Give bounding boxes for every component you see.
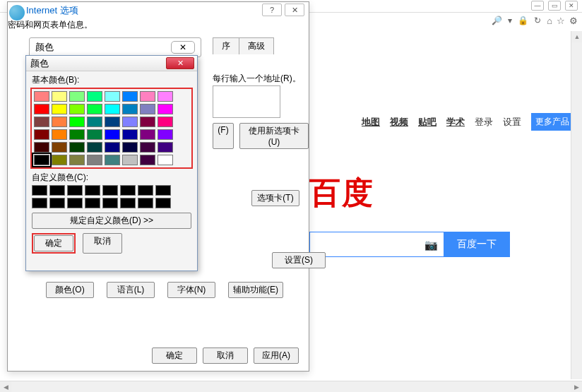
color-cancel-button[interactable]: 取消 bbox=[83, 233, 122, 254]
custom-color-swatch[interactable] bbox=[32, 198, 47, 208]
color-swatch[interactable] bbox=[87, 117, 102, 127]
color-swatch[interactable] bbox=[105, 155, 120, 165]
languages-button[interactable]: 语言(L) bbox=[107, 282, 155, 298]
custom-color-swatch[interactable] bbox=[49, 185, 65, 196]
color-swatch[interactable] bbox=[140, 104, 155, 114]
scroll-right-arrow[interactable]: ▶ bbox=[571, 381, 582, 392]
color-swatch[interactable] bbox=[122, 104, 138, 114]
color-swatch[interactable] bbox=[105, 129, 120, 140]
search-button[interactable]: 百度一下 bbox=[444, 232, 510, 257]
scroll-left-arrow[interactable]: ◀ bbox=[0, 381, 11, 392]
color-swatch[interactable] bbox=[34, 155, 49, 165]
custom-color-swatch[interactable] bbox=[85, 185, 100, 196]
close-window-button[interactable]: ✕ bbox=[565, 1, 578, 11]
nav-xueshu[interactable]: 学术 bbox=[446, 116, 465, 129]
tab-program[interactable]: 序 bbox=[213, 37, 239, 54]
color-swatch[interactable] bbox=[105, 91, 120, 102]
cancel-button[interactable]: 取消 bbox=[203, 348, 248, 364]
color-swatch[interactable] bbox=[158, 155, 173, 165]
color-swatch[interactable] bbox=[158, 91, 173, 102]
color-swatch[interactable] bbox=[87, 155, 102, 165]
settings-gear-icon[interactable]: ⚙ bbox=[569, 16, 578, 26]
color-swatch[interactable] bbox=[140, 142, 155, 153]
homepage-textarea[interactable] bbox=[213, 85, 280, 118]
color-swatch[interactable] bbox=[34, 104, 49, 114]
tab-advanced[interactable]: 高级 bbox=[239, 37, 274, 54]
color-swatch[interactable] bbox=[69, 104, 85, 114]
color-swatch[interactable] bbox=[105, 142, 120, 153]
home-icon[interactable]: ⌂ bbox=[547, 16, 552, 26]
use-new-tab-button[interactable]: 使用新选项卡(U) bbox=[239, 123, 309, 149]
color-swatch[interactable] bbox=[34, 129, 49, 140]
search-icon[interactable]: 🔎 bbox=[492, 16, 502, 25]
color-swatch[interactable] bbox=[69, 117, 85, 127]
nav-login[interactable]: 登录 bbox=[475, 116, 493, 129]
color-swatch[interactable] bbox=[52, 91, 67, 102]
custom-color-swatch[interactable] bbox=[102, 198, 118, 208]
custom-color-swatch[interactable] bbox=[155, 185, 171, 196]
tabs-settings-button[interactable]: 选项卡(T) bbox=[251, 190, 299, 206]
color-swatch[interactable] bbox=[140, 129, 155, 140]
close-dialog-button[interactable]: ✕ bbox=[285, 4, 304, 16]
maximize-button[interactable]: ▭ bbox=[548, 1, 561, 11]
custom-color-swatch[interactable] bbox=[32, 185, 47, 196]
color-dialog-close-button[interactable]: ✕ bbox=[166, 57, 194, 69]
color-swatch[interactable] bbox=[87, 129, 102, 140]
search-input[interactable] bbox=[309, 232, 444, 257]
color-swatch[interactable] bbox=[52, 155, 67, 165]
color-swatch[interactable] bbox=[87, 142, 102, 153]
color-swatch[interactable] bbox=[158, 129, 173, 140]
custom-color-swatch[interactable] bbox=[102, 185, 118, 196]
color-swatch[interactable] bbox=[158, 142, 173, 153]
color-swatch[interactable] bbox=[158, 104, 173, 114]
color-swatch[interactable] bbox=[52, 117, 67, 127]
color-swatch[interactable] bbox=[52, 104, 67, 114]
color-ok-button[interactable]: 确定 bbox=[34, 235, 73, 251]
color-swatch[interactable] bbox=[69, 142, 85, 153]
history-settings-button[interactable]: 设置(S) bbox=[272, 252, 326, 268]
color-swatch[interactable] bbox=[52, 142, 67, 153]
scroll-up-arrow[interactable]: ▲ bbox=[571, 31, 582, 42]
help-button[interactable]: ? bbox=[262, 4, 282, 16]
use-default-button[interactable]: (F) bbox=[213, 123, 234, 149]
nav-more-products[interactable]: 更多产品 bbox=[531, 113, 574, 131]
color-swatch[interactable] bbox=[140, 91, 155, 102]
color-swatch[interactable] bbox=[69, 155, 85, 165]
custom-color-swatch[interactable] bbox=[67, 198, 83, 208]
color-swatch[interactable] bbox=[105, 104, 120, 114]
color-swatch[interactable] bbox=[69, 91, 85, 102]
custom-color-swatch[interactable] bbox=[138, 198, 153, 208]
color-tab-close-icon[interactable]: ✕ bbox=[171, 41, 195, 54]
fonts-button[interactable]: 字体(N) bbox=[167, 282, 215, 298]
vertical-scrollbar[interactable]: ▲ bbox=[571, 31, 582, 379]
camera-icon[interactable]: 📷 bbox=[424, 239, 438, 251]
color-swatch[interactable] bbox=[122, 142, 138, 153]
color-swatch[interactable] bbox=[122, 91, 138, 102]
color-swatch[interactable] bbox=[140, 117, 155, 127]
color-swatch[interactable] bbox=[34, 142, 49, 153]
minimize-button[interactable]: — bbox=[531, 1, 544, 11]
color-swatch[interactable] bbox=[34, 117, 49, 127]
define-custom-colors-button[interactable]: 规定自定义颜色(D) >> bbox=[32, 213, 191, 229]
color-swatch[interactable] bbox=[122, 129, 138, 140]
nav-tieba[interactable]: 贴吧 bbox=[418, 116, 436, 129]
custom-color-swatch[interactable] bbox=[85, 198, 100, 208]
apply-button[interactable]: 应用(A) bbox=[254, 348, 299, 364]
ok-button[interactable]: 确定 bbox=[152, 348, 197, 364]
color-swatch[interactable] bbox=[158, 117, 173, 127]
nav-settings[interactable]: 设置 bbox=[503, 116, 521, 129]
custom-color-swatch[interactable] bbox=[155, 198, 171, 208]
color-swatch[interactable] bbox=[52, 129, 67, 140]
color-swatch[interactable] bbox=[122, 117, 138, 127]
color-swatch[interactable] bbox=[105, 117, 120, 127]
color-swatch[interactable] bbox=[34, 91, 49, 102]
custom-color-swatch[interactable] bbox=[138, 185, 153, 196]
color-swatch[interactable] bbox=[87, 91, 102, 102]
custom-color-swatch[interactable] bbox=[120, 185, 136, 196]
color-swatch[interactable] bbox=[87, 104, 102, 114]
custom-color-swatch[interactable] bbox=[67, 185, 83, 196]
accessibility-button[interactable]: 辅助功能(E) bbox=[228, 282, 283, 298]
color-swatch[interactable] bbox=[69, 129, 85, 140]
refresh-icon[interactable]: ↻ bbox=[534, 16, 541, 25]
nav-video[interactable]: 视频 bbox=[390, 116, 408, 129]
